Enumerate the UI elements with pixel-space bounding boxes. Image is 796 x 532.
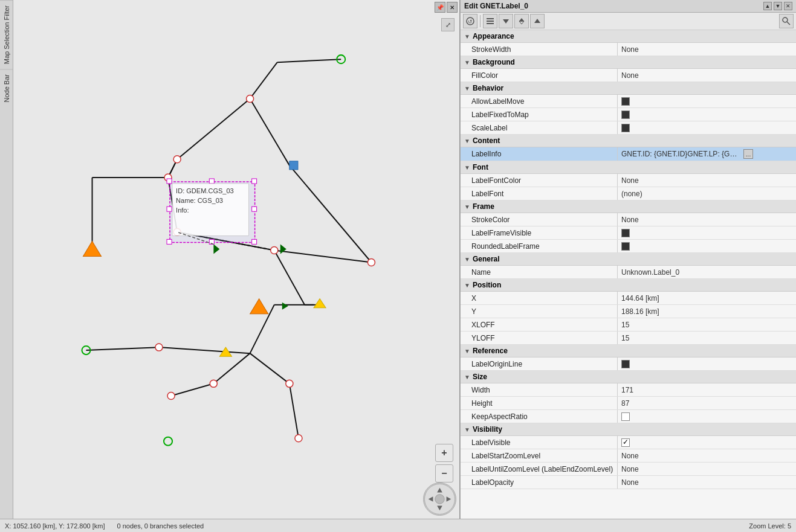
prop-value-labelopacity[interactable]: None	[618, 476, 796, 489]
prop-value-x[interactable]: 144.64 [km]	[618, 292, 796, 304]
section-content[interactable]: ▼ Content	[461, 135, 796, 147]
prop-name-yloff: YLOFF	[461, 332, 618, 344]
toolbar-updown-btn[interactable]	[514, 14, 529, 28]
panel-close-btn[interactable]: ✕	[784, 2, 792, 10]
prop-value-labelstartzoomlevel[interactable]: None	[618, 449, 796, 462]
prop-value-keepaspectratio[interactable]	[618, 410, 796, 423]
panel-minimize-btn[interactable]: ▼	[774, 2, 782, 10]
section-position[interactable]: ▼ Position	[461, 279, 796, 292]
section-visibility-label: Visibility	[473, 425, 502, 434]
svg-marker-72	[519, 21, 524, 24]
section-position-label: Position	[473, 281, 501, 289]
svg-marker-39	[250, 299, 268, 314]
toolbar-undo-btn[interactable]: ↺	[463, 14, 477, 28]
svg-rect-37	[290, 161, 298, 170]
prop-value-allowlabelmove[interactable]	[618, 95, 796, 107]
prop-row-roundedlabelframe: RoundedLabelFrame	[461, 240, 796, 253]
panel-title-bar: Edit GNET.Label_0 ▲ ▼ ✕	[461, 0, 796, 13]
prop-value-labeluntilzoomlevel[interactable]: None	[618, 463, 796, 475]
svg-point-27	[271, 246, 278, 254]
prop-value-strokecolor[interactable]: None	[618, 213, 796, 226]
section-font[interactable]: ▼ Font	[461, 161, 796, 174]
section-reference[interactable]: ▼ Reference	[461, 345, 796, 357]
section-general[interactable]: ▼ General	[461, 253, 796, 266]
prop-value-width[interactable]: 171	[618, 383, 796, 396]
checkbox-allowlabelmove[interactable]	[621, 97, 630, 106]
prop-name-strokecolor: StrokeColor	[461, 213, 618, 226]
checkbox-labelfixedtomap[interactable]	[621, 111, 630, 119]
labelinfo-ellipsis-btn[interactable]: ...	[743, 149, 753, 159]
pan-outer[interactable]	[423, 482, 456, 516]
section-frame-arrow: ▼	[464, 204, 470, 210]
zoom-in-btn[interactable]: +	[435, 444, 453, 462]
prop-value-roundedlabelframe[interactable]	[618, 240, 796, 252]
section-background[interactable]: ▼ Background	[461, 56, 796, 69]
prop-name-height: Height	[461, 397, 618, 409]
prop-value-yloff[interactable]: 15	[618, 332, 796, 344]
checkbox-labeloriginline[interactable]	[621, 360, 630, 368]
section-appearance[interactable]: ▼ Appearance	[461, 30, 796, 43]
svg-marker-41	[314, 299, 326, 308]
prop-row-labeloriginline: LabelOriginLine	[461, 357, 796, 371]
prop-row-x: X 144.64 [km]	[461, 292, 796, 305]
map-area: 📌 ✕ ⤢	[13, 0, 460, 519]
section-size[interactable]: ▼ Size	[461, 371, 796, 383]
prop-value-labelfont[interactable]: (none)	[618, 187, 796, 200]
section-frame[interactable]: ▼ Frame	[461, 200, 796, 213]
prop-value-scalelabel[interactable]	[618, 121, 796, 134]
svg-line-9	[274, 250, 372, 262]
svg-point-30	[286, 380, 293, 387]
prop-value-xloff[interactable]: 15	[618, 318, 796, 331]
svg-line-1	[250, 98, 290, 165]
section-behavior[interactable]: ▼ Behavior	[461, 82, 796, 95]
checkbox-scalelabel[interactable]	[621, 124, 630, 132]
checkbox-labelvisible[interactable]	[621, 438, 630, 447]
panel-title-btns: ▲ ▼ ✕	[763, 2, 792, 10]
prop-value-labelvisible[interactable]	[618, 436, 796, 449]
svg-line-18	[213, 353, 250, 383]
toolbar-sep1	[480, 15, 481, 27]
prop-value-labelinfo[interactable]: GNET.ID: {GNET.ID}GNET.LP: {GNET.LP}GNET…	[618, 147, 796, 161]
svg-text:Info:: Info:	[176, 207, 189, 214]
svg-marker-43	[280, 244, 286, 254]
panel-toolbar: ↺	[461, 13, 796, 30]
status-zoom: Zoom Level: 5	[749, 522, 791, 530]
prop-row-labelopacity: LabelOpacity None	[461, 476, 796, 489]
prop-row-xloff: XLOFF 15	[461, 318, 796, 332]
svg-point-24	[173, 156, 181, 163]
prop-value-labeloriginline[interactable]	[618, 357, 796, 370]
section-font-arrow: ▼	[464, 164, 470, 171]
section-general-label: General	[473, 255, 500, 263]
prop-name-allowlabelmove: AllowLabelMove	[461, 95, 618, 107]
prop-name-width: Width	[461, 383, 618, 396]
zoom-out-btn[interactable]: −	[435, 464, 453, 482]
section-visibility[interactable]: ▼ Visibility	[461, 423, 796, 436]
map-selection-filter-tab[interactable]: Map Selection Filter	[0, 0, 13, 69]
prop-name-strokewidth: StrokeWidth	[461, 43, 618, 56]
prop-value-labelfixedtomap[interactable]	[618, 108, 796, 121]
checkbox-labelframevisible[interactable]	[621, 229, 630, 237]
node-bar-tab[interactable]: Node Bar	[0, 69, 13, 107]
prop-value-labelfontcolor[interactable]: None	[618, 174, 796, 187]
toolbar-list-btn[interactable]	[483, 14, 497, 28]
prop-row-labelstartzoomlevel: LabelStartZoomLevel None	[461, 449, 796, 463]
svg-marker-44	[282, 303, 288, 310]
prop-value-labelframevisible[interactable]	[618, 226, 796, 239]
prop-row-scalelabel: ScaleLabel	[461, 121, 796, 135]
prop-value-fillcolor[interactable]: None	[618, 69, 796, 82]
svg-line-10	[274, 250, 305, 304]
section-content-arrow: ▼	[464, 138, 470, 144]
toolbar-down-btn[interactable]	[499, 14, 513, 28]
prop-value-name[interactable]: Unknown.Label_0	[618, 266, 796, 278]
toolbar-up-btn[interactable]	[530, 14, 545, 28]
svg-point-29	[155, 344, 163, 351]
checkbox-keepaspectratio[interactable]	[621, 412, 630, 421]
checkbox-roundedlabelframe[interactable]	[621, 242, 630, 251]
prop-row-allowlabelmove: AllowLabelMove	[461, 95, 796, 108]
prop-value-strokewidth[interactable]: None	[618, 43, 796, 56]
toolbar-search-btn[interactable]	[779, 14, 794, 28]
pan-control[interactable]	[423, 482, 456, 516]
prop-value-height[interactable]: 87	[618, 397, 796, 409]
prop-value-y[interactable]: 188.16 [km]	[618, 305, 796, 318]
panel-pin-btn[interactable]: ▲	[763, 2, 772, 10]
